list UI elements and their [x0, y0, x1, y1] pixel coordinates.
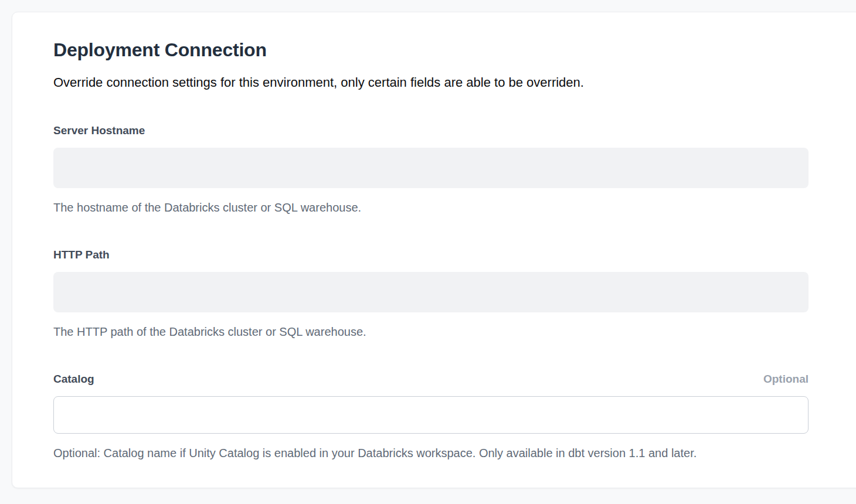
catalog-helper: Optional: Catalog name if Unity Catalog …: [53, 446, 809, 460]
server-hostname-input: [53, 148, 809, 188]
server-hostname-label-row: Server Hostname: [53, 124, 809, 137]
deployment-connection-card: Deployment Connection Override connectio…: [12, 12, 856, 488]
http-path-input: [53, 272, 809, 312]
card-content: Deployment Connection Override connectio…: [12, 12, 810, 460]
field-http-path: HTTP Path The HTTP path of the Databrick…: [53, 248, 809, 339]
http-path-helper: The HTTP path of the Databricks cluster …: [53, 325, 809, 339]
http-path-label: HTTP Path: [53, 248, 110, 261]
field-server-hostname: Server Hostname The hostname of the Data…: [53, 124, 809, 214]
field-catalog: Catalog Optional Optional: Catalog name …: [53, 373, 809, 460]
catalog-optional-tag: Optional: [763, 373, 809, 386]
catalog-label-row: Catalog Optional: [53, 373, 809, 386]
catalog-input[interactable]: [53, 396, 809, 434]
page-subtitle: Override connection settings for this en…: [53, 75, 809, 90]
server-hostname-helper: The hostname of the Databricks cluster o…: [53, 200, 809, 214]
http-path-label-row: HTTP Path: [53, 248, 809, 261]
catalog-label: Catalog: [53, 373, 94, 386]
page-title: Deployment Connection: [53, 39, 809, 61]
server-hostname-label: Server Hostname: [53, 124, 145, 137]
